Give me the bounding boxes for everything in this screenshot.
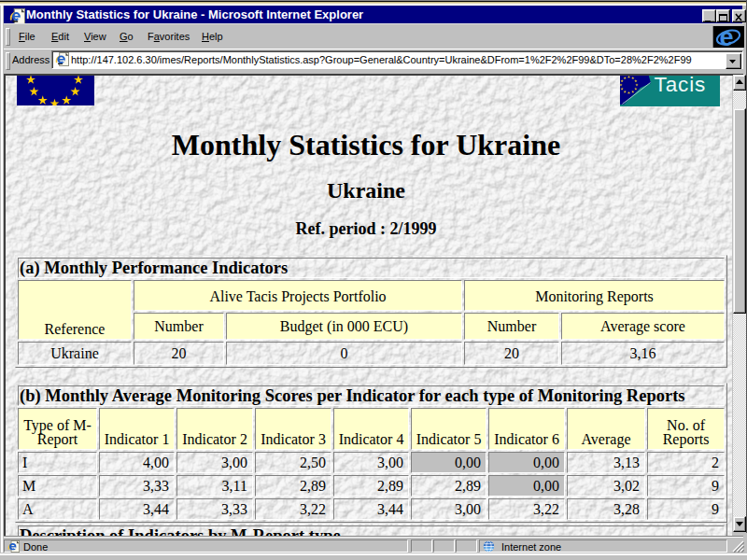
svg-text:e: e bbox=[720, 26, 734, 49]
svg-text:Tacis: Tacis bbox=[655, 76, 707, 96]
